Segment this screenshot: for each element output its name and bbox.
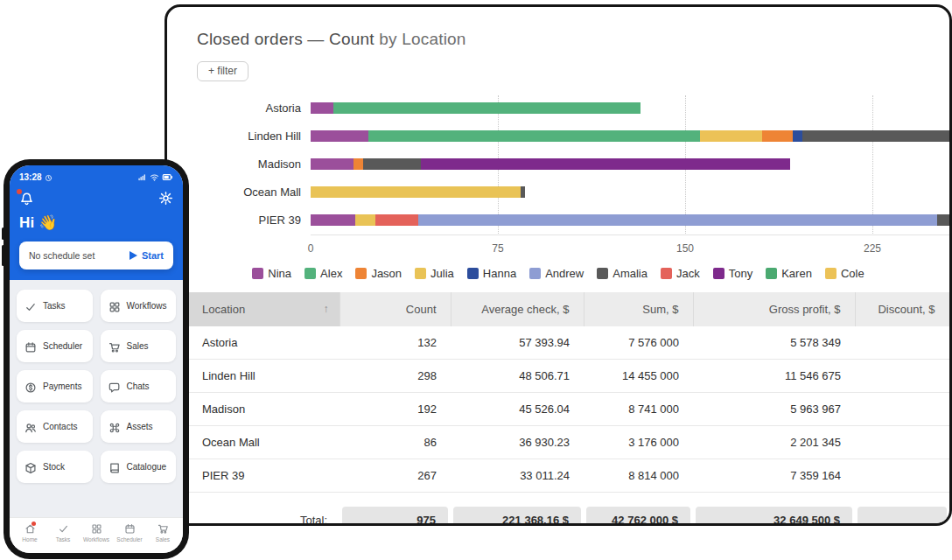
menu-tile-catalogue[interactable]: Catalogue: [101, 451, 177, 483]
cell-value: 298: [340, 360, 451, 393]
menu-tile-label: Catalogue: [127, 462, 167, 472]
bar-segment-amalia[interactable]: [937, 214, 949, 226]
menu-tile-payments[interactable]: Payments: [17, 370, 93, 402]
nav-item-scheduler[interactable]: Scheduler: [115, 523, 144, 542]
legend-label: Jack: [676, 267, 700, 280]
bar-segment-jason[interactable]: [354, 158, 363, 170]
legend-label: Jason: [371, 267, 402, 280]
bar-segment-amalia[interactable]: [521, 186, 526, 198]
phone-volume-down-button: [2, 245, 4, 266]
column-header-average-check[interactable]: Average check, $: [451, 292, 584, 326]
menu-tile-tasks[interactable]: Tasks: [17, 290, 93, 322]
legend-label: Karen: [781, 267, 812, 280]
nav-item-tasks[interactable]: Tasks: [48, 523, 78, 542]
nav-badge-dot: [32, 522, 36, 526]
bar-segment-alex[interactable]: [368, 130, 700, 142]
table-row[interactable]: Linden Hill29848 506.7114 455 00011 546 …: [167, 360, 949, 393]
schedule-card[interactable]: No schedule set Start: [19, 242, 173, 270]
dollar-icon-wrap: [24, 379, 37, 395]
menu-tile-label: Chats: [127, 382, 150, 391]
legend-item-hanna[interactable]: Hanna: [467, 267, 516, 280]
menu-tile-chats[interactable]: Chats: [101, 370, 177, 402]
nav-item-sales[interactable]: Sales: [148, 523, 178, 542]
page-title-main: Closed orders — Count: [197, 30, 379, 48]
bar-segment-tony[interactable]: [421, 158, 790, 170]
cell-location: Linden Hill: [167, 360, 340, 393]
bar-row: Linden Hill: [167, 122, 949, 150]
settings-button[interactable]: [158, 190, 173, 206]
bar-segment-nina[interactable]: [311, 102, 333, 114]
menu-tile-scheduler[interactable]: Scheduler: [17, 330, 93, 362]
legend-item-amalia[interactable]: Amalia: [597, 267, 648, 280]
menu-tile-stock[interactable]: Stock: [17, 451, 93, 483]
table-row[interactable]: Madison19245 526.048 741 0005 963 967: [167, 393, 949, 426]
legend-label: Hanna: [483, 267, 516, 280]
legend-item-julia[interactable]: Julia: [415, 267, 454, 280]
legend-item-alex[interactable]: Alex: [304, 267, 342, 280]
bar-segment-julia[interactable]: [311, 186, 521, 198]
bar-segment-nina[interactable]: [311, 214, 355, 226]
total-value-pill: 975: [342, 507, 448, 526]
start-button[interactable]: Start: [130, 250, 164, 261]
column-header-location[interactable]: Location↑: [167, 292, 340, 326]
bar-segment-jack[interactable]: [375, 214, 418, 226]
dollar-icon: [24, 382, 37, 394]
notifications-button[interactable]: [19, 191, 34, 206]
table-total-row: Total: 975221 368.16 $42 762 000 $32 649…: [167, 507, 949, 526]
nav-item-workflows[interactable]: Workflows: [81, 523, 111, 542]
bar-segment-amalia[interactable]: [802, 130, 949, 142]
column-header-gross-profit[interactable]: Gross profit, $: [693, 292, 855, 326]
nav-item-home[interactable]: Home: [15, 523, 45, 542]
legend-item-nina[interactable]: Nina: [252, 267, 291, 280]
legend-item-karen[interactable]: Karen: [766, 267, 812, 280]
bar-segment-cole[interactable]: [700, 130, 762, 142]
legend-item-cole[interactable]: Cole: [825, 267, 864, 280]
bar-segment-nina[interactable]: [311, 130, 368, 142]
bar-category-label: Linden Hill: [167, 130, 311, 143]
play-icon: [130, 251, 137, 260]
legend-item-tony[interactable]: Tony: [713, 267, 752, 280]
legend-item-andrew[interactable]: Andrew: [529, 267, 584, 280]
people-icon: [24, 422, 37, 434]
menu-tile-sales[interactable]: Sales: [101, 330, 177, 362]
x-tick-label: 225: [864, 242, 881, 255]
cell-value: 5 963 967: [693, 393, 855, 426]
bar-segment-jason[interactable]: [762, 130, 792, 142]
menu-tile-contacts[interactable]: Contacts: [17, 410, 93, 443]
stacked-bar-chart: AstoriaLinden HillMadisonOcean MallPIER …: [167, 94, 949, 258]
menu-tile-workflows[interactable]: Workflows: [101, 290, 177, 322]
bar-segment-alex[interactable]: [333, 102, 640, 114]
bar-segment-andrew[interactable]: [418, 214, 937, 226]
legend-swatch: [713, 268, 724, 279]
bar-track: [311, 130, 949, 142]
nav-item-label: Home: [22, 536, 37, 542]
legend-item-jack[interactable]: Jack: [661, 267, 700, 280]
table-row[interactable]: Astoria13257 393.947 576 0005 578 349: [167, 326, 949, 360]
column-header-count[interactable]: Count: [340, 292, 451, 326]
bar-track: [311, 158, 949, 170]
bar-segment-hanna[interactable]: [793, 130, 802, 142]
table-row[interactable]: Ocean Mall8636 930.233 176 0002 201 345: [167, 426, 949, 459]
cart-icon-wrap: [158, 523, 169, 535]
legend-item-jason[interactable]: Jason: [355, 267, 402, 280]
x-tick-label: 150: [676, 242, 694, 255]
cell-location: Ocean Mall: [167, 426, 340, 459]
clock-icon: [45, 174, 52, 182]
legend-swatch: [304, 268, 316, 279]
legend-label: Julia: [430, 267, 454, 280]
nav-item-label: Workflows: [83, 536, 109, 542]
greeting-text: Hi 👋: [19, 214, 173, 232]
table-row[interactable]: PIER 3926733 011.248 814 0007 359 164: [167, 459, 949, 493]
add-filter-button[interactable]: + filter: [197, 61, 248, 81]
book-icon: [108, 462, 121, 474]
column-header-sum[interactable]: Sum, $: [584, 292, 693, 326]
menu-tile-assets[interactable]: Assets: [101, 410, 177, 443]
bar-segment-amalia[interactable]: [363, 158, 421, 170]
bar-row: Ocean Mall: [167, 178, 949, 206]
bar-segment-julia[interactable]: [355, 214, 375, 226]
notification-badge: [17, 189, 22, 194]
bar-segment-nina[interactable]: [311, 158, 354, 170]
column-header-discount[interactable]: Discount, $: [855, 292, 949, 326]
legend-swatch: [415, 268, 426, 279]
cell-value: 7 576 000: [584, 326, 693, 360]
